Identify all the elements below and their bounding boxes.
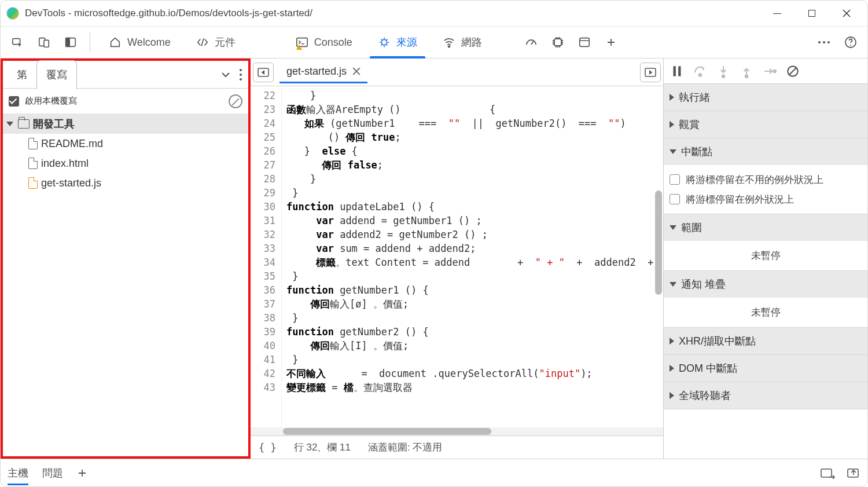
devtools-toolbar: Welcome 元件 Console 來源 網路 xyxy=(1,26,867,58)
enable-overrides-checkbox[interactable] xyxy=(9,96,19,107)
svg-rect-8 xyxy=(554,39,561,46)
svg-point-14 xyxy=(850,45,851,46)
tree-file-name: README.md xyxy=(41,138,103,150)
separator xyxy=(90,32,90,52)
drawer-tab-issues[interactable]: 問題 xyxy=(42,466,63,480)
tree-file[interactable]: get-started.js xyxy=(3,173,248,193)
coverage-status: 涵蓋範圍: 不適用 xyxy=(368,441,442,454)
svg-point-17 xyxy=(240,78,242,80)
tab-memory[interactable] xyxy=(545,31,571,54)
clear-overrides-button[interactable] xyxy=(229,94,242,108)
tab-network-label: 網路 xyxy=(461,35,482,49)
close-tab-button[interactable] xyxy=(352,67,361,75)
show-debugger-button[interactable] xyxy=(640,63,661,82)
code-view[interactable]: } 函數輸入器AreEmpty () { 如果 (getNumber1 === … xyxy=(282,86,663,427)
horizontal-scrollbar[interactable] xyxy=(251,427,663,435)
section-callstack[interactable]: 通知 堆疊 xyxy=(664,271,867,298)
section-scope[interactable]: 範圍 xyxy=(664,214,867,241)
inspect-element-button[interactable] xyxy=(4,31,31,54)
more-options-button[interactable] xyxy=(811,31,837,54)
pause-caught-checkbox-row[interactable]: 將游標停留在例外狀況上 xyxy=(670,189,862,209)
more-tabs-button[interactable] xyxy=(598,31,624,54)
tree-file-name: index.html xyxy=(41,158,89,170)
computed-styles-icon[interactable] xyxy=(820,467,835,479)
step-over-button[interactable] xyxy=(693,64,708,79)
tab-application[interactable] xyxy=(571,31,598,54)
navigator-tab-page[interactable]: 第 xyxy=(8,61,36,89)
debugger-pane: 執行緒 觀賞 中斷點 將游標停留在不用的例外狀況上 將游標停留在例外狀況上 範圍… xyxy=(664,58,867,459)
step-button[interactable] xyxy=(762,64,777,79)
drawer-tab-host[interactable]: 主機 xyxy=(8,461,28,485)
callstack-not-paused: 未暫停 xyxy=(664,298,867,327)
tree-file-name: get-started.js xyxy=(41,177,101,189)
window-minimize-button[interactable] xyxy=(760,2,795,25)
line-gutter: 2223242526272829303132333435363738394041… xyxy=(251,86,282,427)
send-feedback-icon[interactable] xyxy=(847,467,860,479)
svg-rect-9 xyxy=(580,38,590,47)
svg-point-10 xyxy=(818,41,821,43)
step-out-button[interactable] xyxy=(739,64,754,79)
tree-file[interactable]: README.md xyxy=(3,134,248,153)
tab-elements-label: 元件 xyxy=(215,35,236,49)
step-into-button[interactable] xyxy=(716,64,731,79)
tab-sources-label: 來源 xyxy=(396,35,417,49)
window-title: DevTools - microsoftedge.github.io/Demos… xyxy=(25,8,312,19)
section-xhr-breakpoints[interactable]: XHR/擷取中斷點 xyxy=(664,328,867,354)
show-navigator-button[interactable] xyxy=(253,63,274,82)
svg-point-16 xyxy=(240,74,242,76)
navigator-more-tabs-icon[interactable] xyxy=(220,71,231,78)
section-global-listeners[interactable]: 全域聆聽者 xyxy=(664,382,867,409)
svg-rect-20 xyxy=(674,66,676,76)
section-watch[interactable]: 觀賞 xyxy=(664,111,867,138)
tab-performance[interactable] xyxy=(518,31,545,54)
vertical-scrollbar[interactable] xyxy=(655,191,662,295)
file-icon xyxy=(28,138,38,149)
window-titlebar: DevTools - microsoftedge.github.io/Demos… xyxy=(1,1,867,26)
tab-welcome[interactable]: Welcome xyxy=(96,26,183,58)
tab-network[interactable]: 網路 xyxy=(430,26,495,58)
tree-file[interactable]: index.html xyxy=(3,153,248,173)
drawer-add-tab-button[interactable] xyxy=(77,468,87,478)
svg-point-25 xyxy=(774,69,776,72)
tab-sources[interactable]: 來源 xyxy=(365,26,430,58)
svg-point-11 xyxy=(823,41,825,43)
file-icon xyxy=(28,177,38,189)
cursor-position: 行 32、欄 11 xyxy=(294,441,351,454)
svg-point-15 xyxy=(240,69,242,71)
svg-rect-2 xyxy=(44,40,49,47)
deactivate-breakpoints-button[interactable] xyxy=(785,64,800,79)
drawer-tabbar: 主機 問題 xyxy=(1,459,867,486)
help-button[interactable] xyxy=(837,31,864,54)
section-breakpoints[interactable]: 中斷點 xyxy=(664,138,867,165)
section-threads[interactable]: 執行緒 xyxy=(664,84,867,111)
toggle-panel-button[interactable] xyxy=(57,31,84,54)
pretty-print-button[interactable]: { } xyxy=(259,442,277,453)
pause-uncaught-checkbox-row[interactable]: 將游標停留在不用的例外狀況上 xyxy=(670,170,862,189)
tab-welcome-label: Welcome xyxy=(127,36,171,49)
navigator-tab-overrides[interactable]: 覆寫 xyxy=(36,60,77,90)
enable-overrides-label: 啟用本機覆寫 xyxy=(25,96,77,107)
svg-point-6 xyxy=(381,39,387,45)
section-dom-breakpoints[interactable]: DOM 中斷點 xyxy=(664,355,867,382)
window-maximize-button[interactable] xyxy=(795,2,829,25)
app-logo xyxy=(6,7,19,20)
tab-console[interactable]: Console xyxy=(283,26,365,58)
svg-rect-4 xyxy=(66,38,69,47)
editor-file-tab[interactable]: get-started.js xyxy=(279,61,367,83)
svg-rect-27 xyxy=(821,469,832,477)
scope-not-paused: 未暫停 xyxy=(664,241,867,270)
tab-console-label: Console xyxy=(314,36,352,49)
svg-rect-21 xyxy=(678,66,681,76)
window-close-button[interactable] xyxy=(829,2,864,25)
tree-folder-label: 開發工具 xyxy=(33,117,75,131)
navigator-pane: 第 覆寫 啟用本機覆寫 開發工具 README.md xyxy=(1,58,251,459)
tree-folder[interactable]: 開發工具 xyxy=(3,114,248,134)
expand-icon xyxy=(6,122,13,126)
pause-button[interactable] xyxy=(670,64,685,79)
svg-point-23 xyxy=(722,75,724,77)
tab-elements[interactable]: 元件 xyxy=(183,26,248,58)
editor-pane: get-started.js 2223242526272829303132333… xyxy=(251,58,664,459)
device-emulation-button[interactable] xyxy=(31,31,57,54)
overrides-file-tree: 開發工具 README.md index.html get-started.js xyxy=(3,114,248,456)
navigator-kebab-icon[interactable] xyxy=(239,68,242,81)
